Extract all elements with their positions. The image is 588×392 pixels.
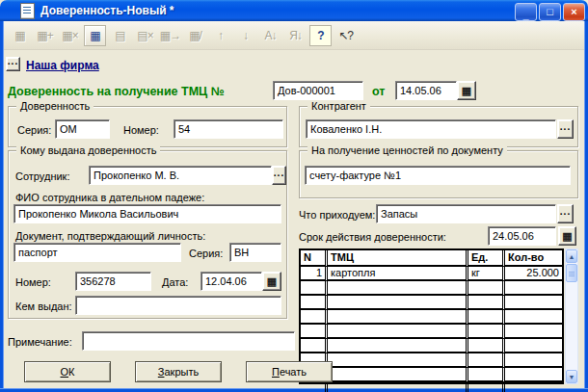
table-row[interactable]: [301, 382, 562, 392]
doc-data-input[interactable]: 12.04.06: [200, 272, 262, 291]
table-cell[interactable]: [466, 368, 502, 382]
titlebar[interactable]: Доверенность-Новый * _ □ ×: [0, 0, 588, 21]
table-cell[interactable]: [466, 353, 502, 368]
chto-prihodyem-label: Что приходуем:: [299, 209, 375, 221]
table-cell[interactable]: [502, 310, 562, 325]
tmc-table[interactable]: NТМЦЕд.Кол-во 1картоплякг25.000: [299, 248, 564, 384]
fio-label: ФИО сотрудника в дательном падеже:: [15, 192, 204, 203]
minimize-button[interactable]: _: [515, 3, 537, 21]
sotrudnik-select-button[interactable]: ...: [272, 166, 286, 185]
table-scrollbar[interactable]: ▲ ▼: [565, 248, 578, 384]
row-insert-icon: ▦→: [159, 25, 181, 46]
kontragent-input[interactable]: Коваленко І.Н.: [306, 119, 556, 139]
table-row[interactable]: [301, 281, 562, 296]
nomer-label: Номер:: [123, 124, 159, 136]
table-cell[interactable]: [502, 281, 562, 296]
table-cell[interactable]: [325, 281, 466, 296]
kem-vydan-input[interactable]: [75, 296, 281, 315]
table-cell[interactable]: [325, 382, 466, 392]
srok-input[interactable]: 24.05.06: [488, 226, 556, 246]
seriya-input[interactable]: ОМ: [55, 119, 110, 139]
table-delete-icon: ▦×: [59, 25, 81, 46]
table-row[interactable]: 1картоплякг25.000: [301, 267, 562, 281]
table-cell[interactable]: [466, 296, 502, 310]
context-help-icon[interactable]: ↖?: [334, 25, 357, 46]
sotrudnik-input[interactable]: Прокопенко М. В.: [89, 166, 272, 185]
close-form-button[interactable]: Закрыть: [135, 361, 222, 382]
firm-link[interactable]: Наша фирма: [26, 59, 99, 72]
firm-select-button[interactable]: ...: [6, 57, 20, 71]
scroll-down-button[interactable]: ▼: [566, 370, 577, 383]
help-icon[interactable]: ?: [309, 25, 332, 46]
table-row[interactable]: [301, 353, 562, 368]
kontragent-select-button[interactable]: ...: [557, 119, 574, 139]
table-cell[interactable]: [325, 325, 466, 339]
nomer-input[interactable]: 54: [174, 119, 283, 139]
table-cell[interactable]: картопля: [325, 267, 466, 281]
table-row[interactable]: [301, 310, 562, 325]
kem-vydan-label: Кем выдан:: [15, 301, 72, 312]
po-dokumentu-input[interactable]: счету-фактуре №1: [305, 166, 571, 185]
table-cell[interactable]: [502, 296, 562, 310]
srok-calendar-button[interactable]: ▦: [558, 226, 576, 246]
document-window: Доверенность-Новый * _ □ × ▦▦+▦×▦▤▤×▦→▦/…: [0, 0, 588, 392]
dots-icon: ...: [560, 210, 571, 214]
document-label: Документ, подтверждающий личность:: [15, 230, 205, 242]
chto-prihodyem-input[interactable]: Запасы: [376, 204, 556, 223]
table-header-cell: ТМЦ: [325, 250, 466, 267]
ok-button[interactable]: ОК: [24, 361, 111, 382]
table-cell[interactable]: [325, 339, 466, 353]
fio-input[interactable]: Прокопенко Микола Васильович: [13, 204, 281, 223]
table-cell[interactable]: [325, 353, 466, 368]
table-cell[interactable]: [466, 339, 502, 353]
doc-data-calendar-button[interactable]: ▦: [262, 272, 281, 291]
table-row[interactable]: [301, 339, 562, 353]
close-button[interactable]: ×: [563, 3, 585, 21]
table-cell[interactable]: [301, 281, 325, 296]
table-cell[interactable]: [301, 296, 325, 310]
table-cell[interactable]: 1: [301, 267, 325, 281]
table-row[interactable]: [301, 368, 562, 382]
window-border-left: [0, 21, 4, 388]
table-cell[interactable]: [502, 368, 562, 382]
scroll-up-button[interactable]: ▲: [566, 249, 577, 263]
table-cell[interactable]: [301, 310, 325, 325]
table-cell[interactable]: [301, 339, 325, 353]
table-cell[interactable]: [502, 382, 562, 392]
group-komu-title: Кому выдана доверенность: [16, 144, 160, 156]
chto-select-button[interactable]: ...: [557, 204, 574, 223]
table-cell[interactable]: [466, 310, 502, 325]
table-cell[interactable]: [466, 325, 502, 339]
table-save-icon[interactable]: ▦: [84, 25, 106, 46]
doc-number-input[interactable]: Дов-000001: [273, 81, 363, 100]
close-icon: ×: [571, 7, 576, 17]
table-cell[interactable]: кг: [466, 267, 502, 281]
minimize-icon: _: [522, 10, 528, 20]
table-cell[interactable]: [301, 325, 325, 339]
scroll-thumb[interactable]: [566, 264, 577, 282]
table-cell[interactable]: [502, 325, 562, 339]
table-cell[interactable]: [502, 353, 562, 368]
table-cell[interactable]: [301, 382, 325, 392]
table-cell[interactable]: [466, 281, 502, 296]
document-input[interactable]: паспорт: [13, 243, 181, 262]
group-poluchenie-title: На получение ценностей по документу: [307, 144, 507, 156]
table-cell[interactable]: [325, 368, 466, 382]
table-cell[interactable]: [325, 296, 466, 310]
table-cell[interactable]: [325, 310, 466, 325]
doc-date-calendar-button[interactable]: ▦: [457, 81, 476, 100]
table-row[interactable]: [301, 325, 562, 339]
doc-delete-icon: ▤×: [134, 25, 156, 46]
move-up-icon: ↑: [209, 25, 231, 46]
table-cell[interactable]: 25.000: [502, 267, 562, 281]
table-row[interactable]: [301, 296, 562, 310]
table-cell[interactable]: [502, 339, 562, 353]
primechanie-input[interactable]: [82, 331, 295, 351]
doc-date-input[interactable]: 14.05.06: [395, 81, 457, 100]
doc-nomer-label: Номер:: [15, 276, 51, 288]
print-button[interactable]: Печать: [246, 361, 333, 382]
doc-seriya-input[interactable]: ВН: [229, 243, 281, 262]
maximize-button[interactable]: □: [539, 3, 561, 21]
doc-nomer-input[interactable]: 356278: [75, 272, 151, 291]
table-cell[interactable]: [466, 382, 502, 392]
